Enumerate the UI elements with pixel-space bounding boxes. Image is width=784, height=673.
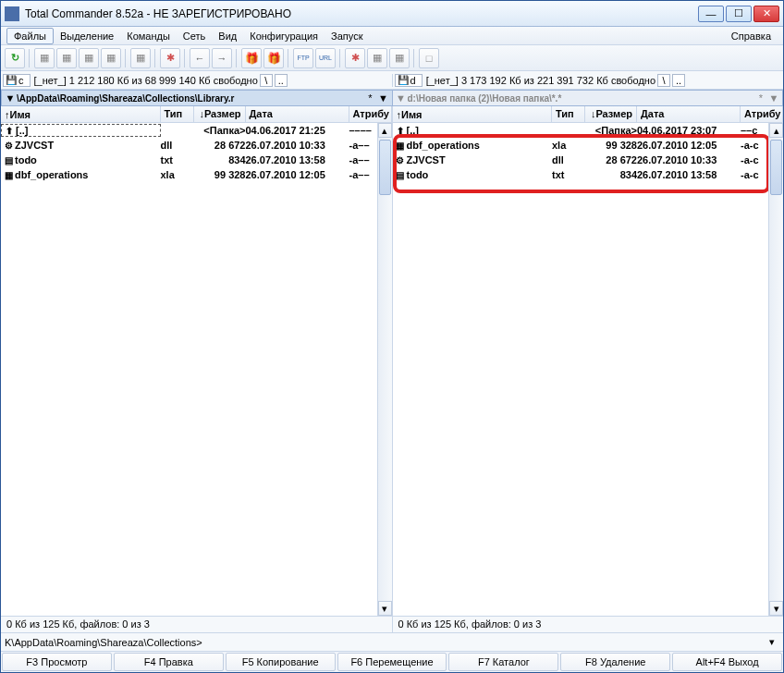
f4-button[interactable]: F4 Правка bbox=[114, 653, 224, 671]
scroll-thumb[interactable] bbox=[770, 140, 782, 195]
menu-bar: Файлы Выделение Команды Сеть Вид Конфигу… bbox=[1, 27, 783, 45]
minimize-button[interactable]: — bbox=[698, 6, 724, 22]
menu-commands[interactable]: Команды bbox=[120, 29, 177, 43]
path-right[interactable]: d:\Новая папка (2)\Новая папка\*.* bbox=[408, 93, 755, 104]
f6-button[interactable]: F6 Перемещение bbox=[337, 653, 447, 671]
drive-left-info: 1 212 180 Кб из 68 999 140 Кб свободно bbox=[69, 75, 258, 86]
up-left[interactable]: .. bbox=[275, 74, 288, 87]
path-left-fav-icon[interactable]: * bbox=[364, 92, 377, 104]
function-keys: F3 Просмотр F4 Правка F5 Копирование F6 … bbox=[1, 652, 783, 672]
left-file-list[interactable]: ⬆[..]<Папка>04.06.2017 21:25––––⚙ZJVCSTd… bbox=[1, 123, 392, 616]
f3-button[interactable]: F3 Просмотр bbox=[2, 653, 112, 671]
toolbar bbox=[1, 45, 783, 71]
drive-right[interactable]: d bbox=[395, 74, 423, 87]
path-right-fav-icon[interactable]: * bbox=[754, 92, 767, 104]
drive-bar: c [_нет_] 1 212 180 Кб из 68 999 140 Кб … bbox=[1, 71, 783, 90]
file-row[interactable]: ▦dbf_operationsxla99 32826.07.2010 12:05… bbox=[393, 138, 784, 153]
view-full-icon[interactable] bbox=[56, 48, 77, 68]
file-row[interactable]: ⚙ZJVCSTdll28 67226.07.2010 10:33-a–– bbox=[1, 138, 392, 153]
menu-mark[interactable]: Выделение bbox=[54, 29, 120, 43]
scroll-up-icon[interactable]: ▴ bbox=[378, 123, 392, 138]
view-brief-icon[interactable] bbox=[34, 48, 55, 68]
command-bar[interactable]: K\AppData\Roaming\Shareaza\Collections> … bbox=[1, 633, 783, 652]
drive-right-none: [_нет_] bbox=[426, 75, 459, 86]
scroll-down-icon[interactable]: ▾ bbox=[769, 601, 783, 616]
menu-view[interactable]: Вид bbox=[212, 29, 243, 43]
left-columns[interactable]: ↑Имя Тип ↓Размер Дата Атрибу bbox=[1, 106, 392, 123]
file-row[interactable]: ▤todotxt83426.07.2010 13:58-a–– bbox=[1, 153, 392, 167]
app-window: Total Commander 8.52a - НЕ ЗАРЕГИСТРИРОВ… bbox=[0, 0, 784, 673]
window-title: Total Commander 8.52a - НЕ ЗАРЕГИСТРИРОВ… bbox=[25, 7, 698, 20]
close-button[interactable]: ✕ bbox=[753, 6, 779, 22]
forward-icon[interactable] bbox=[212, 48, 232, 68]
panels: ↑Имя Тип ↓Размер Дата Атрибу ⬆[..]<Папка… bbox=[1, 106, 783, 617]
status-left: 0 Кб из 125 Кб, файлов: 0 из 3 bbox=[1, 617, 393, 632]
scroll-down-icon[interactable]: ▾ bbox=[378, 601, 392, 616]
refresh-icon[interactable] bbox=[5, 48, 25, 68]
altf4-button[interactable]: Alt+F4 Выход bbox=[672, 653, 782, 671]
right-panel: ↑Имя Тип ↓Размер Дата Атрибу ⬆[..]<Папка… bbox=[393, 106, 784, 616]
sort-icon[interactable] bbox=[130, 48, 151, 68]
path-left[interactable]: \AppData\Roaming\Shareaza\Collections\Li… bbox=[17, 93, 364, 104]
file-row[interactable]: ⚙ZJVCSTdll28 67226.07.2010 10:33-a-c bbox=[393, 153, 784, 167]
drive-left[interactable]: c bbox=[3, 74, 31, 87]
scroll-up-icon[interactable]: ▴ bbox=[769, 123, 783, 138]
path-left-drop-icon[interactable]: ▼ bbox=[377, 92, 390, 104]
root-left[interactable]: \ bbox=[260, 74, 273, 87]
app-icon bbox=[5, 6, 19, 21]
file-row[interactable]: ▦dbf_operationsxla99 32826.07.2010 12:05… bbox=[1, 167, 392, 182]
root-right[interactable]: \ bbox=[657, 74, 670, 87]
menu-help[interactable]: Справка bbox=[725, 29, 778, 43]
command-prompt: K\AppData\Roaming\Shareaza\Collections> bbox=[5, 637, 202, 648]
ftp-icon[interactable] bbox=[293, 48, 313, 68]
unpack-icon[interactable] bbox=[263, 48, 284, 68]
right-columns[interactable]: ↑Имя Тип ↓Размер Дата Атрибу bbox=[393, 106, 784, 123]
file-row[interactable]: ▤todotxt83426.07.2010 13:58-a-c bbox=[393, 167, 784, 182]
maximize-button[interactable]: ☐ bbox=[726, 6, 752, 22]
path-right-drop-icon[interactable]: ▼ bbox=[767, 92, 780, 104]
f8-button[interactable]: F8 Удаление bbox=[560, 653, 670, 671]
view-tree-icon[interactable] bbox=[101, 48, 121, 68]
star2-icon[interactable] bbox=[345, 48, 365, 68]
view-thumbs-icon[interactable] bbox=[79, 48, 99, 68]
scrollbar-right[interactable]: ▴ ▾ bbox=[768, 123, 783, 616]
invert-icon[interactable] bbox=[160, 48, 180, 68]
command-history-icon[interactable]: ▾ bbox=[765, 636, 779, 648]
file-row[interactable]: ⬆[..]<Папка>04.06.2017 21:25–––– bbox=[1, 123, 392, 138]
menu-net[interactable]: Сеть bbox=[177, 29, 212, 43]
right-file-list[interactable]: ⬆[..]<Папка>04.06.2017 23:07––c▦dbf_oper… bbox=[393, 123, 784, 616]
status-right: 0 Кб из 125 Кб, файлов: 0 из 3 bbox=[393, 617, 784, 632]
up-right[interactable]: .. bbox=[672, 74, 685, 87]
url-icon[interactable] bbox=[315, 48, 336, 68]
menu-files[interactable]: Файлы bbox=[6, 28, 54, 44]
back-icon[interactable] bbox=[190, 48, 210, 68]
menu-start[interactable]: Запуск bbox=[325, 29, 369, 43]
drive-left-none: [_нет_] bbox=[34, 75, 67, 86]
tool-b-icon[interactable] bbox=[389, 48, 410, 68]
path-right-history-icon[interactable]: ▼ bbox=[395, 92, 408, 104]
f7-button[interactable]: F7 Каталог bbox=[448, 653, 558, 671]
pack-icon[interactable] bbox=[241, 48, 262, 68]
notepad-icon[interactable] bbox=[419, 48, 439, 68]
title-bar[interactable]: Total Commander 8.52a - НЕ ЗАРЕГИСТРИРОВ… bbox=[1, 1, 783, 27]
path-left-history-icon[interactable]: ▼ bbox=[4, 92, 17, 104]
tool-a-icon[interactable] bbox=[367, 48, 387, 68]
drive-right-info: 3 173 192 Кб из 221 391 732 Кб свободно bbox=[461, 75, 655, 86]
path-bar: ▼ \AppData\Roaming\Shareaza\Collections\… bbox=[1, 90, 783, 106]
f5-button[interactable]: F5 Копирование bbox=[226, 653, 336, 671]
status-bar: 0 Кб из 125 Кб, файлов: 0 из 3 0 Кб из 1… bbox=[1, 617, 783, 633]
scroll-thumb[interactable] bbox=[379, 140, 391, 195]
left-panel: ↑Имя Тип ↓Размер Дата Атрибу ⬆[..]<Папка… bbox=[1, 106, 393, 616]
menu-config[interactable]: Конфигурация bbox=[243, 29, 325, 43]
file-row[interactable]: ⬆[..]<Папка>04.06.2017 23:07––c bbox=[393, 123, 784, 138]
scrollbar-left[interactable]: ▴ ▾ bbox=[377, 123, 392, 616]
